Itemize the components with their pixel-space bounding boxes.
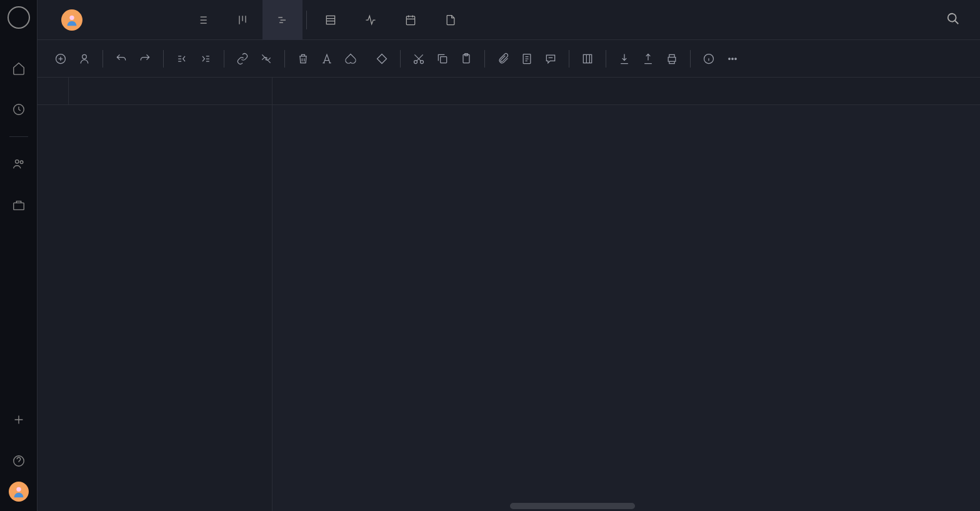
columns-icon[interactable] [577,48,598,69]
task-list [38,78,272,511]
toolbar [38,40,980,78]
export-icon[interactable] [638,48,659,69]
logo[interactable] [8,6,30,29]
svg-rect-8 [406,16,414,24]
svg-point-2 [20,161,23,164]
redo-icon[interactable] [134,48,156,69]
user-avatar[interactable] [61,9,82,31]
svg-rect-18 [583,54,591,63]
add-task-icon[interactable] [50,48,71,69]
import-icon[interactable] [614,48,635,69]
svg-point-5 [16,487,21,492]
color-icon[interactable] [340,48,361,69]
link-icon[interactable] [232,48,253,69]
column-header-all[interactable] [38,78,69,104]
recent-icon[interactable] [12,103,26,116]
help-icon[interactable] [12,454,26,468]
svg-point-23 [735,58,737,59]
milestone-icon[interactable] [371,48,392,69]
activity-view-icon[interactable] [351,0,391,40]
svg-point-1 [15,160,19,164]
delete-icon[interactable] [292,48,314,69]
svg-point-9 [948,13,956,21]
team-icon[interactable] [12,157,26,171]
svg-point-6 [69,15,74,19]
outdent-icon[interactable] [171,48,192,69]
horizontal-scrollbar[interactable] [510,503,635,509]
comment-icon[interactable] [540,48,561,69]
print-icon[interactable] [661,48,682,69]
search-icon[interactable] [946,12,960,28]
copy-icon[interactable] [432,48,453,69]
undo-icon[interactable] [111,48,132,69]
paste-icon[interactable] [456,48,477,69]
add-icon[interactable] [12,413,26,427]
gantt-chart[interactable] [272,78,980,511]
svg-rect-14 [441,56,447,63]
board-view-icon[interactable] [222,0,262,40]
user-avatar-small[interactable] [9,482,29,502]
list-view-icon[interactable] [182,0,222,40]
font-icon[interactable] [316,48,338,69]
indent-icon[interactable] [195,48,216,69]
svg-rect-3 [13,203,24,210]
assign-icon[interactable] [74,48,95,69]
left-sidebar [0,0,38,511]
top-bar [38,0,980,40]
view-switcher [182,0,471,40]
info-icon[interactable] [698,48,719,69]
cut-icon[interactable] [408,48,429,69]
file-view-icon[interactable] [431,0,471,40]
calendar-view-icon[interactable] [391,0,431,40]
svg-rect-19 [668,57,676,61]
gantt-view-icon[interactable] [262,0,302,40]
sheet-view-icon[interactable] [311,0,351,40]
svg-point-11 [82,54,87,59]
svg-point-21 [729,58,731,59]
gantt-timeline-header [272,78,980,105]
attach-icon[interactable] [492,48,514,69]
home-icon[interactable] [12,61,26,75]
unlink-icon[interactable] [256,48,277,69]
svg-point-22 [732,58,734,59]
more-icon[interactable] [722,48,743,69]
notes-icon[interactable] [516,48,538,69]
briefcase-icon[interactable] [12,198,26,212]
task-list-header [38,78,272,105]
svg-rect-7 [326,16,334,24]
